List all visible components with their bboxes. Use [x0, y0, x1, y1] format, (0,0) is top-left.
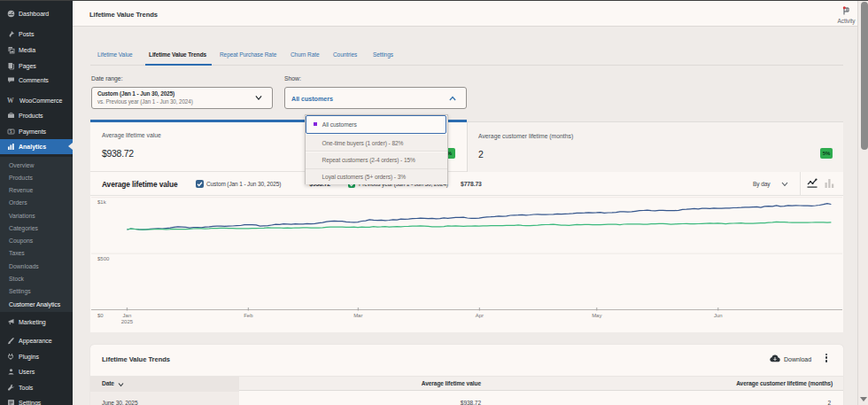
svg-text:2025: 2025	[121, 319, 134, 324]
svg-text:May: May	[592, 313, 601, 318]
svg-text:$: $	[10, 129, 12, 134]
svg-text:Jun: Jun	[714, 313, 723, 318]
svg-text:$500: $500	[97, 256, 110, 261]
svg-text:$1k: $1k	[97, 199, 107, 205]
svg-text:Jan: Jan	[123, 313, 132, 318]
svg-text:Mar: Mar	[353, 313, 362, 318]
svg-text:Feb: Feb	[244, 313, 253, 318]
svg-text:$0: $0	[97, 313, 104, 318]
svg-text:Apr: Apr	[476, 313, 484, 318]
svg-text:W: W	[7, 97, 14, 105]
